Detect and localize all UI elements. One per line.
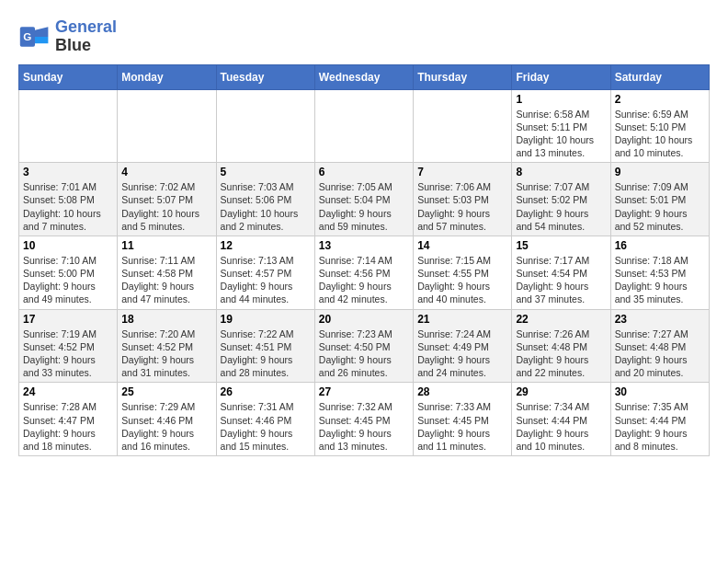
calendar-cell: 22Sunrise: 7:26 AM Sunset: 4:48 PM Dayli… [512, 309, 610, 383]
svg-text:G: G [23, 29, 31, 41]
calendar-cell: 15Sunrise: 7:17 AM Sunset: 4:54 PM Dayli… [512, 236, 610, 309]
day-info: Sunrise: 7:19 AM Sunset: 4:52 PM Dayligh… [23, 327, 113, 380]
calendar-cell [216, 89, 314, 163]
weekday-friday: Friday [512, 64, 610, 89]
logo-icon: G [18, 20, 51, 53]
day-number: 7 [417, 166, 507, 178]
day-number: 22 [516, 313, 606, 326]
day-info: Sunrise: 7:03 AM Sunset: 5:06 PM Dayligh… [221, 180, 311, 233]
calendar-cell: 13Sunrise: 7:14 AM Sunset: 4:56 PM Dayli… [314, 236, 413, 309]
day-info: Sunrise: 7:15 AM Sunset: 4:55 PM Dayligh… [417, 254, 507, 306]
svg-marker-3 [35, 37, 48, 43]
calendar-cell: 18Sunrise: 7:20 AM Sunset: 4:52 PM Dayli… [118, 309, 216, 383]
calendar-cell: 21Sunrise: 7:24 AM Sunset: 4:49 PM Dayli… [414, 309, 512, 383]
calendar-week-5: 24Sunrise: 7:28 AM Sunset: 4:47 PM Dayli… [19, 383, 710, 456]
calendar-week-3: 10Sunrise: 7:10 AM Sunset: 5:00 PM Dayli… [19, 236, 710, 309]
calendar-cell: 16Sunrise: 7:18 AM Sunset: 4:53 PM Dayli… [610, 236, 709, 309]
calendar-cell: 24Sunrise: 7:28 AM Sunset: 4:47 PM Dayli… [19, 383, 118, 456]
day-number: 17 [23, 313, 113, 326]
logo: G General Blue [18, 18, 117, 55]
day-number: 11 [121, 239, 211, 252]
day-number: 9 [615, 166, 705, 178]
weekday-sunday: Sunday [19, 64, 118, 89]
calendar-cell: 23Sunrise: 7:27 AM Sunset: 4:48 PM Dayli… [610, 309, 709, 383]
day-info: Sunrise: 7:10 AM Sunset: 5:00 PM Dayligh… [23, 254, 113, 306]
day-info: Sunrise: 7:22 AM Sunset: 4:51 PM Dayligh… [221, 327, 311, 380]
day-number: 27 [319, 385, 409, 398]
day-number: 25 [121, 385, 211, 398]
calendar-cell [118, 89, 216, 163]
day-number: 16 [615, 239, 705, 252]
day-info: Sunrise: 7:23 AM Sunset: 4:50 PM Dayligh… [319, 327, 409, 380]
day-info: Sunrise: 7:01 AM Sunset: 5:08 PM Dayligh… [23, 180, 113, 233]
calendar-cell: 9Sunrise: 7:09 AM Sunset: 5:01 PM Daylig… [610, 163, 709, 236]
day-info: Sunrise: 7:14 AM Sunset: 4:56 PM Dayligh… [319, 254, 409, 306]
calendar-cell: 20Sunrise: 7:23 AM Sunset: 4:50 PM Dayli… [314, 309, 413, 383]
day-number: 2 [615, 93, 705, 106]
day-info: Sunrise: 7:31 AM Sunset: 4:46 PM Dayligh… [221, 400, 311, 453]
day-number: 18 [121, 313, 211, 326]
calendar-cell: 6Sunrise: 7:05 AM Sunset: 5:04 PM Daylig… [314, 163, 413, 236]
day-number: 29 [516, 385, 606, 398]
weekday-saturday: Saturday [610, 64, 709, 89]
calendar-cell: 30Sunrise: 7:35 AM Sunset: 4:44 PM Dayli… [610, 383, 709, 456]
calendar-cell: 1Sunrise: 6:58 AM Sunset: 5:11 PM Daylig… [512, 89, 610, 163]
day-info: Sunrise: 7:06 AM Sunset: 5:03 PM Dayligh… [417, 180, 507, 233]
calendar-cell: 2Sunrise: 6:59 AM Sunset: 5:10 PM Daylig… [610, 89, 709, 163]
calendar-cell: 25Sunrise: 7:29 AM Sunset: 4:46 PM Dayli… [118, 383, 216, 456]
day-number: 10 [23, 239, 113, 252]
calendar-week-1: 1Sunrise: 6:58 AM Sunset: 5:11 PM Daylig… [19, 89, 710, 163]
day-number: 26 [221, 385, 311, 398]
day-info: Sunrise: 7:33 AM Sunset: 4:45 PM Dayligh… [417, 400, 507, 453]
calendar-cell: 3Sunrise: 7:01 AM Sunset: 5:08 PM Daylig… [19, 163, 118, 236]
day-number: 4 [121, 166, 211, 178]
weekday-wednesday: Wednesday [314, 64, 413, 89]
day-info: Sunrise: 7:26 AM Sunset: 4:48 PM Dayligh… [516, 327, 606, 380]
day-info: Sunrise: 7:29 AM Sunset: 4:46 PM Dayligh… [121, 400, 211, 453]
day-info: Sunrise: 7:11 AM Sunset: 4:58 PM Dayligh… [121, 254, 211, 306]
day-info: Sunrise: 7:35 AM Sunset: 4:44 PM Dayligh… [615, 400, 705, 453]
day-info: Sunrise: 7:17 AM Sunset: 4:54 PM Dayligh… [516, 254, 606, 306]
day-number: 20 [319, 313, 409, 326]
weekday-monday: Monday [118, 64, 216, 89]
calendar-cell: 5Sunrise: 7:03 AM Sunset: 5:06 PM Daylig… [216, 163, 314, 236]
calendar-cell: 10Sunrise: 7:10 AM Sunset: 5:00 PM Dayli… [19, 236, 118, 309]
day-number: 3 [23, 166, 113, 178]
calendar-cell: 29Sunrise: 7:34 AM Sunset: 4:44 PM Dayli… [512, 383, 610, 456]
calendar-cell: 4Sunrise: 7:02 AM Sunset: 5:07 PM Daylig… [118, 163, 216, 236]
day-info: Sunrise: 7:28 AM Sunset: 4:47 PM Dayligh… [23, 400, 113, 453]
day-number: 24 [23, 385, 113, 398]
day-info: Sunrise: 7:05 AM Sunset: 5:04 PM Dayligh… [319, 180, 409, 233]
day-number: 14 [417, 239, 507, 252]
day-info: Sunrise: 7:20 AM Sunset: 4:52 PM Dayligh… [121, 327, 211, 380]
day-number: 5 [221, 166, 311, 178]
day-number: 19 [221, 313, 311, 326]
calendar-cell: 11Sunrise: 7:11 AM Sunset: 4:58 PM Dayli… [118, 236, 216, 309]
day-info: Sunrise: 7:07 AM Sunset: 5:02 PM Dayligh… [516, 180, 606, 233]
day-number: 12 [221, 239, 311, 252]
calendar-cell: 19Sunrise: 7:22 AM Sunset: 4:51 PM Dayli… [216, 309, 314, 383]
logo-text: General Blue [55, 18, 117, 55]
calendar-cell: 28Sunrise: 7:33 AM Sunset: 4:45 PM Dayli… [414, 383, 512, 456]
calendar-cell [19, 89, 118, 163]
day-number: 6 [319, 166, 409, 178]
day-number: 21 [417, 313, 507, 326]
day-number: 8 [516, 166, 606, 178]
day-info: Sunrise: 7:09 AM Sunset: 5:01 PM Dayligh… [615, 180, 705, 233]
day-info: Sunrise: 7:32 AM Sunset: 4:45 PM Dayligh… [319, 400, 409, 453]
day-info: Sunrise: 7:02 AM Sunset: 5:07 PM Dayligh… [121, 180, 211, 233]
day-info: Sunrise: 7:18 AM Sunset: 4:53 PM Dayligh… [615, 254, 705, 306]
calendar-table: SundayMondayTuesdayWednesdayThursdayFrid… [18, 64, 710, 456]
day-number: 13 [319, 239, 409, 252]
day-info: Sunrise: 6:59 AM Sunset: 5:10 PM Dayligh… [615, 108, 705, 160]
calendar-cell: 8Sunrise: 7:07 AM Sunset: 5:02 PM Daylig… [512, 163, 610, 236]
calendar-cell: 27Sunrise: 7:32 AM Sunset: 4:45 PM Dayli… [314, 383, 413, 456]
calendar-cell: 17Sunrise: 7:19 AM Sunset: 4:52 PM Dayli… [19, 309, 118, 383]
page-header: G General Blue [18, 18, 710, 55]
day-number: 15 [516, 239, 606, 252]
day-info: Sunrise: 7:34 AM Sunset: 4:44 PM Dayligh… [516, 400, 606, 453]
calendar-week-4: 17Sunrise: 7:19 AM Sunset: 4:52 PM Dayli… [19, 309, 710, 383]
day-info: Sunrise: 7:24 AM Sunset: 4:49 PM Dayligh… [417, 327, 507, 380]
day-number: 28 [417, 385, 507, 398]
calendar-cell: 26Sunrise: 7:31 AM Sunset: 4:46 PM Dayli… [216, 383, 314, 456]
